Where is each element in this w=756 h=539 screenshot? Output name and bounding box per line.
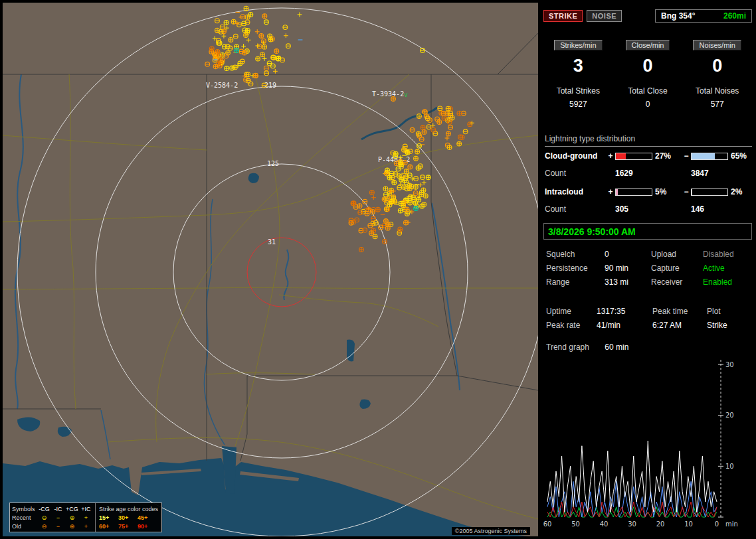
legend-symbols-title: Symbols [12, 505, 37, 513]
legend-recent-label: Recent [12, 514, 37, 522]
cg-negative-count: 3847 [691, 169, 753, 178]
peak-time-value: 6:27 AM [652, 321, 707, 330]
age-45: 45+ [138, 514, 157, 522]
age-60: 60+ [99, 522, 118, 530]
old-neg-cg-icon: ⊖ [37, 522, 51, 530]
capture-status: Active [703, 264, 752, 273]
noises-per-min-button[interactable]: Noises/min [693, 40, 741, 50]
age-color-legend: Strike age color codes 15+ 30+ 45+ 60+ 7… [96, 503, 161, 532]
bearing-range-readout: Bng 354° 260mi [655, 9, 752, 23]
ic-negative-count: 146 [691, 204, 753, 214]
legend-col-neg-ic: -IC [51, 505, 65, 513]
datetime-panel: 3/8/2026 9:50:00 AM [543, 223, 752, 240]
svg-text:V-2584-2: V-2584-2 [206, 82, 238, 89]
total-close-label: Total Close [613, 86, 683, 96]
total-values: 5927 0 577 [543, 100, 752, 109]
minus-sign: − [682, 187, 691, 196]
plot-value: Strike [707, 321, 752, 330]
persistence-label: Persistence [546, 264, 605, 273]
plot-label: Plot [707, 307, 752, 316]
old-neg-ic-icon: − [51, 522, 65, 530]
datetime-value: 3/8/2026 9:50:00 AM [548, 226, 636, 237]
intracloud-count-row: Count 305 146 [545, 204, 753, 214]
legend-col-pos-cg: +CG [65, 505, 79, 513]
ic-negative-bar [691, 189, 728, 196]
recent-neg-cg-icon: ⊖ [37, 514, 51, 522]
map-canvas[interactable]: V-2584-2219T-3934-2vP-4483-212531 [3, 3, 538, 536]
close-per-min-button[interactable]: Close/min [626, 40, 670, 50]
rate-buttons: Strikes/min Close/min Noises/min [543, 40, 752, 50]
legend-col-neg-cg: -CG [37, 505, 51, 513]
total-close-value: 0 [613, 100, 683, 109]
receiver-label: Receiver [651, 277, 703, 287]
squelch-value: 0 [605, 250, 651, 259]
cg-positive-pct: 27% [652, 151, 682, 161]
recent-neg-ic-icon: − [51, 514, 65, 522]
trend-graph: 3020106050403020100min [543, 354, 753, 539]
range-label: Range [546, 277, 605, 287]
strike-mode-button[interactable]: STRIKE [543, 10, 583, 22]
info-grid: Uptime 1317:35 Peak time Plot Peak rate … [546, 307, 752, 330]
age-75: 75+ [118, 522, 138, 530]
uptime-value: 1317:35 [597, 307, 652, 316]
cg-positive-bar-fill [616, 153, 626, 159]
ic-count-label: Count [545, 204, 606, 214]
status-grid: Squelch 0 Upload Disabled Persistence 90… [546, 250, 752, 287]
ic-positive-pct: 5% [652, 187, 682, 196]
svg-text:30: 30 [628, 520, 636, 528]
ic-positive-count: 305 [615, 204, 682, 214]
strike-map[interactable]: V-2584-2219T-3934-2vP-4483-212531 Symbol… [3, 3, 538, 536]
svg-text:60: 60 [543, 520, 551, 528]
age-90: 90+ [138, 522, 157, 530]
svg-text:10: 10 [725, 463, 734, 470]
svg-text:40: 40 [600, 520, 609, 528]
plus-sign: + [606, 151, 615, 161]
cloud-ground-row: Cloud-ground + 27% − 65% [545, 151, 753, 161]
svg-text:20: 20 [656, 520, 665, 528]
range-value: 260mi [723, 11, 746, 21]
noises-per-min-value: 0 [682, 56, 752, 76]
total-strikes-label: Total Strikes [543, 86, 613, 96]
peak-rate-label: Peak rate [546, 321, 597, 330]
cg-negative-bar [691, 153, 728, 160]
old-pos-ic-icon: + [79, 522, 93, 530]
age-30: 30+ [118, 514, 138, 522]
distribution-title: Lightning type distribution [545, 134, 752, 147]
peak-time-label: Peak time [652, 307, 707, 316]
copyright-text: ©2005 Astrogenic Systems [452, 527, 530, 535]
ic-negative-bar-fill [692, 189, 692, 195]
uptime-label: Uptime [546, 307, 597, 316]
svg-text:T-3934-2: T-3934-2 [372, 90, 404, 98]
close-per-min-value: 0 [613, 56, 683, 76]
ic-positive-bar [615, 189, 652, 196]
cg-negative-pct: 65% [728, 151, 753, 161]
intracloud-label: Intracloud [545, 187, 606, 196]
symbols-legend: Symbols -CG -IC +CG +IC Recent ⊖ − ⊕ + O… [10, 503, 96, 532]
strikes-per-min-button[interactable]: Strikes/min [554, 40, 602, 50]
trend-graph-window: 60 min [605, 343, 628, 352]
capture-label: Capture [651, 264, 703, 273]
squelch-label: Squelch [546, 250, 605, 259]
svg-text:31: 31 [268, 238, 276, 246]
cg-negative-bar-fill [692, 153, 715, 159]
upload-status: Disabled [703, 250, 752, 259]
persistence-value: 90 min [605, 264, 651, 273]
intracloud-row: Intracloud + 5% − 2% [545, 187, 753, 196]
cloud-ground-label: Cloud-ground [545, 151, 606, 161]
age-codes-title: Strike age color codes [99, 505, 158, 513]
old-pos-cg-icon: ⊕ [65, 522, 79, 530]
svg-text:50: 50 [571, 520, 580, 528]
bearing-value: Bng 354° [661, 11, 695, 21]
ic-negative-pct: 2% [728, 187, 753, 196]
receiver-status: Enabled [703, 277, 752, 287]
strike-legend: Symbols -CG -IC +CG +IC Recent ⊖ − ⊕ + O… [9, 502, 162, 532]
strikes-per-min-value: 3 [543, 56, 613, 76]
range-setting-value: 313 mi [605, 277, 651, 287]
cg-positive-count: 1629 [615, 169, 682, 178]
total-strikes-value: 5927 [543, 100, 613, 109]
plus-sign: + [606, 187, 615, 196]
noise-mode-button[interactable]: NOISE [587, 10, 622, 22]
recent-pos-cg-icon: ⊕ [65, 514, 79, 522]
mode-toolbar: STRIKE NOISE Bng 354° 260mi [543, 9, 752, 23]
total-noises-label: Total Noises [682, 86, 752, 96]
